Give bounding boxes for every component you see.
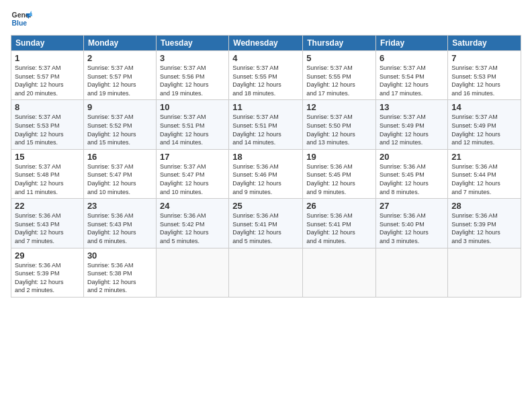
day-number: 15 [15,152,80,162]
day-info: Sunrise: 5:37 AM Sunset: 5:47 PM Dayligh… [87,163,152,196]
svg-text:Blue: Blue [12,19,28,27]
day-number: 2 [87,53,152,63]
column-header-sunday: Sunday [11,36,84,51]
calendar-cell: 1 Sunrise: 5:37 AM Sunset: 5:57 PM Dayli… [11,51,84,100]
day-number: 8 [15,102,80,112]
calendar-cell [376,248,448,297]
day-number: 29 [15,250,80,261]
day-info: Sunrise: 5:37 AM Sunset: 5:54 PM Dayligh… [380,64,444,97]
day-info: Sunrise: 5:37 AM Sunset: 5:55 PM Dayligh… [306,64,372,97]
day-info: Sunrise: 5:36 AM Sunset: 5:38 PM Dayligh… [87,261,152,295]
calendar-cell: 20 Sunrise: 5:36 AM Sunset: 5:45 PM Dayl… [376,149,448,198]
column-header-saturday: Saturday [448,36,521,51]
week-row-3: 15 Sunrise: 5:37 AM Sunset: 5:48 PM Dayl… [11,149,521,198]
day-number: 24 [160,201,225,211]
day-number: 30 [87,250,152,261]
day-info: Sunrise: 5:37 AM Sunset: 5:57 PM Dayligh… [15,64,80,97]
day-number: 6 [380,53,444,63]
day-number: 27 [380,201,444,211]
logo: General Blue [11,8,32,30]
day-info: Sunrise: 5:36 AM Sunset: 5:45 PM Dayligh… [306,163,372,196]
day-number: 18 [232,152,299,162]
day-number: 17 [160,152,225,162]
column-header-thursday: Thursday [303,36,376,51]
calendar-cell: 30 Sunrise: 5:36 AM Sunset: 5:38 PM Dayl… [83,248,156,297]
day-number: 20 [380,152,444,162]
calendar-cell: 10 Sunrise: 5:37 AM Sunset: 5:51 PM Dayl… [156,100,228,149]
day-number: 28 [451,201,517,211]
day-info: Sunrise: 5:36 AM Sunset: 5:39 PM Dayligh… [15,261,80,295]
calendar-cell: 28 Sunrise: 5:36 AM Sunset: 5:39 PM Dayl… [448,199,521,248]
day-number: 9 [87,102,152,112]
column-header-tuesday: Tuesday [156,36,228,51]
calendar-cell: 3 Sunrise: 5:37 AM Sunset: 5:56 PM Dayli… [156,51,228,100]
day-info: Sunrise: 5:37 AM Sunset: 5:52 PM Dayligh… [87,113,152,146]
week-row-2: 8 Sunrise: 5:37 AM Sunset: 5:53 PM Dayli… [11,100,521,149]
calendar-body: 1 Sunrise: 5:37 AM Sunset: 5:57 PM Dayli… [11,51,521,298]
day-info: Sunrise: 5:37 AM Sunset: 5:53 PM Dayligh… [451,64,517,97]
day-number: 3 [160,53,225,63]
column-header-wednesday: Wednesday [229,36,303,51]
calendar-cell [303,248,376,297]
day-info: Sunrise: 5:37 AM Sunset: 5:51 PM Dayligh… [160,113,225,146]
day-info: Sunrise: 5:36 AM Sunset: 5:40 PM Dayligh… [380,212,444,245]
calendar-header-row: SundayMondayTuesdayWednesdayThursdayFrid… [11,36,521,51]
day-number: 1 [15,53,80,63]
day-info: Sunrise: 5:37 AM Sunset: 5:56 PM Dayligh… [160,64,225,97]
calendar-cell: 26 Sunrise: 5:36 AM Sunset: 5:41 PM Dayl… [303,199,376,248]
day-number: 23 [87,201,152,211]
calendar-cell [448,248,521,297]
day-number: 10 [160,102,225,112]
day-number: 5 [306,53,372,63]
page: General Blue SundayMondayTuesdayWednesda… [0,0,532,411]
calendar-cell: 2 Sunrise: 5:37 AM Sunset: 5:57 PM Dayli… [83,51,156,100]
day-number: 19 [306,152,372,162]
day-info: Sunrise: 5:37 AM Sunset: 5:53 PM Dayligh… [15,113,80,146]
calendar-cell: 27 Sunrise: 5:36 AM Sunset: 5:40 PM Dayl… [376,199,448,248]
day-number: 4 [232,53,299,63]
day-info: Sunrise: 5:36 AM Sunset: 5:41 PM Dayligh… [306,212,372,245]
day-info: Sunrise: 5:37 AM Sunset: 5:57 PM Dayligh… [87,64,152,97]
day-info: Sunrise: 5:37 AM Sunset: 5:48 PM Dayligh… [15,163,80,196]
day-info: Sunrise: 5:36 AM Sunset: 5:43 PM Dayligh… [87,212,152,245]
week-row-5: 29 Sunrise: 5:36 AM Sunset: 5:39 PM Dayl… [11,248,521,297]
calendar-cell: 6 Sunrise: 5:37 AM Sunset: 5:54 PM Dayli… [376,51,448,100]
day-number: 16 [87,152,152,162]
calendar-cell: 19 Sunrise: 5:36 AM Sunset: 5:45 PM Dayl… [303,149,376,198]
day-number: 12 [306,102,372,112]
calendar-cell [229,248,303,297]
calendar-cell: 16 Sunrise: 5:37 AM Sunset: 5:47 PM Dayl… [83,149,156,198]
day-info: Sunrise: 5:36 AM Sunset: 5:39 PM Dayligh… [451,212,517,245]
calendar-cell: 8 Sunrise: 5:37 AM Sunset: 5:53 PM Dayli… [11,100,84,149]
calendar-cell: 22 Sunrise: 5:36 AM Sunset: 5:43 PM Dayl… [11,199,84,248]
day-info: Sunrise: 5:37 AM Sunset: 5:49 PM Dayligh… [380,113,444,146]
column-header-monday: Monday [83,36,156,51]
header: General Blue [11,8,521,30]
day-info: Sunrise: 5:37 AM Sunset: 5:50 PM Dayligh… [306,113,372,146]
calendar-cell: 25 Sunrise: 5:36 AM Sunset: 5:41 PM Dayl… [229,199,303,248]
week-row-4: 22 Sunrise: 5:36 AM Sunset: 5:43 PM Dayl… [11,199,521,248]
day-info: Sunrise: 5:36 AM Sunset: 5:44 PM Dayligh… [451,163,517,196]
calendar-cell: 5 Sunrise: 5:37 AM Sunset: 5:55 PM Dayli… [303,51,376,100]
day-info: Sunrise: 5:37 AM Sunset: 5:51 PM Dayligh… [232,113,299,146]
day-info: Sunrise: 5:36 AM Sunset: 5:43 PM Dayligh… [15,212,80,245]
calendar-cell: 24 Sunrise: 5:36 AM Sunset: 5:42 PM Dayl… [156,199,228,248]
day-info: Sunrise: 5:36 AM Sunset: 5:41 PM Dayligh… [232,212,299,245]
day-number: 11 [232,102,299,112]
general-blue-icon: General Blue [11,8,32,30]
calendar-cell [156,248,228,297]
day-number: 25 [232,201,299,211]
day-number: 13 [380,102,444,112]
calendar-cell: 23 Sunrise: 5:36 AM Sunset: 5:43 PM Dayl… [83,199,156,248]
calendar-cell: 18 Sunrise: 5:36 AM Sunset: 5:46 PM Dayl… [229,149,303,198]
day-info: Sunrise: 5:37 AM Sunset: 5:49 PM Dayligh… [451,113,517,146]
calendar-cell: 12 Sunrise: 5:37 AM Sunset: 5:50 PM Dayl… [303,100,376,149]
calendar-cell: 4 Sunrise: 5:37 AM Sunset: 5:55 PM Dayli… [229,51,303,100]
calendar-cell: 29 Sunrise: 5:36 AM Sunset: 5:39 PM Dayl… [11,248,84,297]
day-number: 21 [451,152,517,162]
day-number: 26 [306,201,372,211]
day-number: 22 [15,201,80,211]
day-info: Sunrise: 5:37 AM Sunset: 5:55 PM Dayligh… [232,64,299,97]
calendar-cell: 7 Sunrise: 5:37 AM Sunset: 5:53 PM Dayli… [448,51,521,100]
calendar-cell: 9 Sunrise: 5:37 AM Sunset: 5:52 PM Dayli… [83,100,156,149]
